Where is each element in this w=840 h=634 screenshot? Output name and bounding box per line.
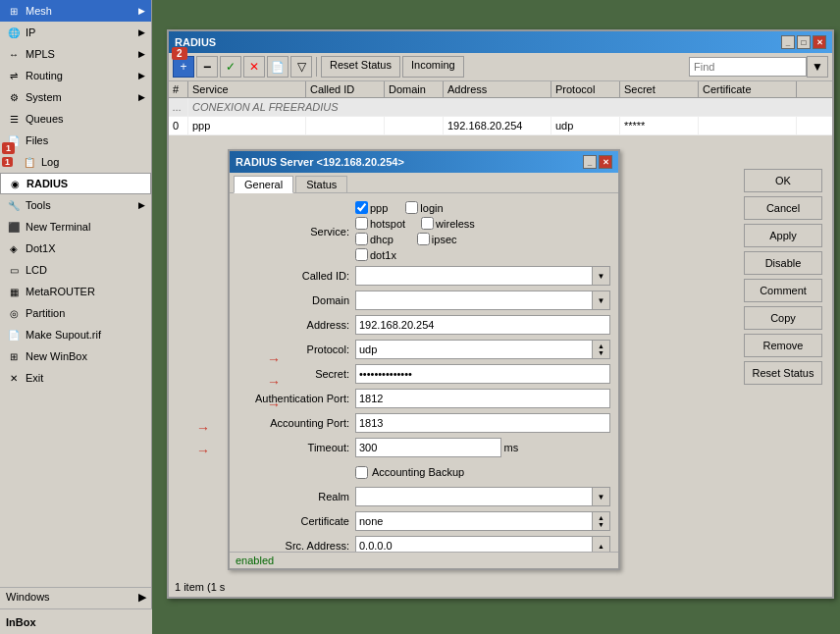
chevron-right-icon: ▶ bbox=[138, 200, 145, 210]
sidebar-item-tools[interactable]: 🔧 Tools ▶ bbox=[0, 194, 151, 216]
timeout-unit: ms bbox=[504, 442, 519, 453]
log-icon: 📋 bbox=[22, 154, 37, 170]
status-text: enabled bbox=[236, 555, 274, 566]
reset-status-action-button[interactable]: Reset Status bbox=[744, 361, 822, 385]
hotspot-checkbox[interactable] bbox=[355, 217, 368, 230]
domain-dropdown-btn[interactable]: ▼ bbox=[593, 291, 610, 310]
remove-action-button[interactable]: Remove bbox=[744, 334, 822, 357]
called-id-dropdown-btn[interactable]: ▼ bbox=[593, 266, 610, 286]
windows-section: Windows ▶ bbox=[0, 587, 152, 607]
filter-button[interactable]: ▽ bbox=[290, 56, 312, 78]
maximize-button[interactable]: □ bbox=[797, 35, 811, 49]
cancel-button[interactable]: Cancel bbox=[744, 196, 822, 220]
sidebar-item-dot1x[interactable]: ◈ Dot1X bbox=[0, 238, 151, 259]
dot1x-checkbox[interactable] bbox=[355, 248, 368, 261]
realm-dropdown-btn[interactable]: ▼ bbox=[593, 487, 610, 506]
cross-button[interactable]: ✕ bbox=[243, 56, 265, 78]
dhcp-checkbox[interactable] bbox=[355, 233, 368, 245]
auth-port-input[interactable] bbox=[355, 389, 610, 408]
page-button[interactable]: 📄 bbox=[267, 56, 289, 78]
inner-close-btn[interactable]: ✕ bbox=[599, 155, 612, 169]
sidebar: ⊞ Mesh ▶ 🌐 IP ▶ ↔ MPLS ▶ ⇌ Routing ▶ ⚙ S… bbox=[0, 0, 152, 634]
group-dots: ... bbox=[169, 98, 188, 116]
sidebar-item-queues[interactable]: ☰ Queues bbox=[0, 108, 151, 130]
tab-general[interactable]: General bbox=[234, 176, 293, 193]
login-checkbox-wrapper: login bbox=[405, 201, 443, 214]
supout-icon: 📄 bbox=[6, 327, 22, 343]
tab-status[interactable]: Status bbox=[295, 176, 347, 192]
sidebar-item-radius[interactable]: ◉ RADIUS bbox=[0, 173, 151, 194]
col-header-cert: Certificate bbox=[699, 81, 797, 97]
close-button[interactable]: ✕ bbox=[813, 35, 826, 49]
remove-button[interactable]: − bbox=[196, 56, 218, 78]
reset-status-button[interactable]: Reset Status bbox=[321, 56, 400, 78]
wireless-checkbox[interactable] bbox=[421, 217, 434, 230]
copy-button[interactable]: Copy bbox=[744, 306, 822, 330]
comment-button[interactable]: Comment bbox=[744, 279, 822, 302]
find-dropdown-btn[interactable]: ▼ bbox=[807, 56, 828, 78]
ip-icon: 🌐 bbox=[6, 25, 22, 40]
find-input[interactable] bbox=[689, 57, 807, 77]
col-header-calledid: Called ID bbox=[306, 81, 385, 97]
check-button[interactable]: ✓ bbox=[220, 56, 241, 78]
secret-label: Secret: bbox=[237, 368, 355, 380]
login-checkbox[interactable] bbox=[405, 201, 418, 214]
system-icon: ⚙ bbox=[6, 89, 22, 105]
inner-minimize-btn[interactable]: _ bbox=[583, 155, 597, 169]
secret-input[interactable] bbox=[355, 364, 610, 384]
cert-input[interactable] bbox=[355, 511, 593, 531]
realm-label: Realm bbox=[237, 491, 355, 502]
protocol-input[interactable] bbox=[355, 340, 593, 359]
sidebar-item-system[interactable]: ⚙ System ▶ bbox=[0, 86, 151, 108]
sidebar-item-exit[interactable]: ✕ Exit bbox=[0, 367, 151, 389]
disable-button[interactable]: Disable bbox=[744, 251, 822, 275]
protocol-updown-btn[interactable]: ▲ ▼ bbox=[593, 340, 610, 359]
sidebar-item-mesh[interactable]: ⊞ Mesh ▶ bbox=[0, 0, 151, 22]
table-row[interactable]: 0 ppp 192.168.20.254 udp ***** bbox=[169, 117, 832, 135]
ok-button[interactable]: OK bbox=[744, 169, 822, 192]
service-label: Service: bbox=[237, 226, 355, 238]
sidebar-item-partition[interactable]: ◎ Partition bbox=[0, 302, 151, 324]
domain-label: Domain bbox=[237, 294, 355, 306]
col-header-num: # bbox=[169, 81, 188, 97]
inbox-tab[interactable]: InBox bbox=[0, 608, 152, 634]
realm-field-wrapper: ▼ bbox=[355, 487, 610, 506]
sidebar-item-files[interactable]: 📄 Files bbox=[0, 130, 151, 151]
apply-button[interactable]: Apply bbox=[744, 224, 822, 247]
timeout-input[interactable] bbox=[355, 438, 501, 457]
side-action-buttons: OK Cancel Apply Disable Comment Copy Rem… bbox=[744, 169, 822, 385]
auth-port-label: Authentication Port: bbox=[237, 393, 355, 404]
sidebar-item-log[interactable]: 1 📋 Log bbox=[0, 151, 151, 173]
realm-input[interactable] bbox=[355, 487, 593, 506]
address-label: Address: bbox=[237, 319, 355, 331]
sidebar-item-new-terminal[interactable]: ⬛ New Terminal bbox=[0, 216, 151, 238]
realm-row: Realm ▼ bbox=[237, 487, 610, 506]
sidebar-item-mpls[interactable]: ↔ MPLS ▶ bbox=[0, 43, 151, 65]
domain-row: Domain ▼ bbox=[237, 291, 610, 310]
minimize-button[interactable]: _ bbox=[781, 35, 795, 49]
dhcp-label: dhcp bbox=[370, 234, 394, 245]
cert-label: Certificate bbox=[237, 515, 355, 527]
address-row: Address: bbox=[237, 315, 610, 335]
address-input[interactable] bbox=[355, 315, 610, 335]
chevron-right-icon: ▶ bbox=[138, 27, 145, 37]
acct-port-input[interactable] bbox=[355, 413, 610, 433]
cert-updown-btn[interactable]: ▲ ▼ bbox=[593, 511, 610, 531]
sidebar-item-routing[interactable]: ⇌ Routing ▶ bbox=[0, 65, 151, 86]
ipsec-checkbox[interactable] bbox=[417, 233, 430, 245]
secret-row: Secret: bbox=[237, 364, 610, 384]
ppp-checkbox[interactable] bbox=[355, 201, 368, 214]
sidebar-item-metarouter[interactable]: ▦ MetaROUTER bbox=[0, 281, 151, 302]
sidebar-item-new-winbox[interactable]: ⊞ New WinBox bbox=[0, 345, 151, 367]
col-header-address: Address bbox=[444, 81, 551, 97]
sidebar-item-make-supout[interactable]: 📄 Make Supout.rif bbox=[0, 324, 151, 345]
sidebar-item-lcd[interactable]: ▭ LCD bbox=[0, 259, 151, 281]
routing-icon: ⇌ bbox=[6, 68, 22, 83]
sidebar-item-ip[interactable]: 🌐 IP ▶ bbox=[0, 22, 151, 43]
radius-toolbar: + − ✓ ✕ 📄 ▽ Reset Status Incoming ▼ bbox=[169, 53, 832, 81]
incoming-button[interactable]: Incoming bbox=[402, 56, 464, 78]
called-id-input[interactable] bbox=[355, 266, 593, 286]
row-cert bbox=[699, 117, 797, 134]
acct-backup-checkbox[interactable] bbox=[355, 466, 368, 479]
domain-input[interactable] bbox=[355, 291, 593, 310]
